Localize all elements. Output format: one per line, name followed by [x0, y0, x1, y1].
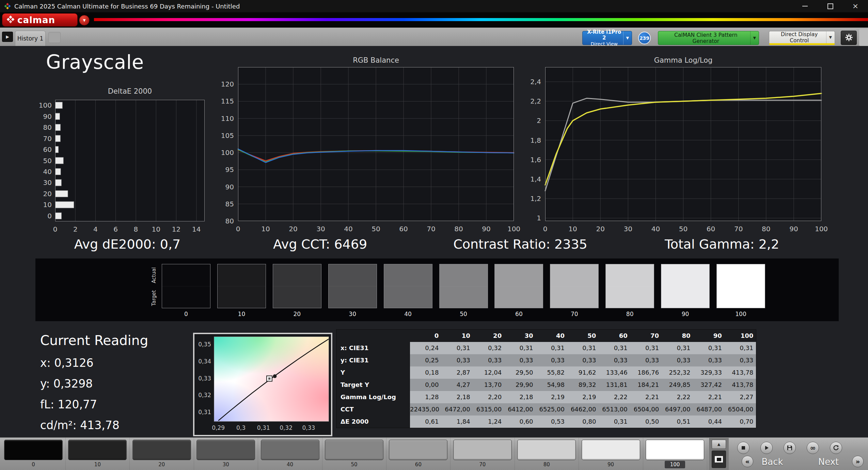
back-chevron-icon[interactable]: « [742, 456, 753, 467]
svg-text:20: 20 [43, 190, 52, 198]
meter-select-button[interactable]: X-Rite i1Pro 2 Direct View ▼ [582, 31, 632, 45]
continuous-measure-button[interactable]: ∞ [807, 442, 819, 454]
table-cell: 6462,00 [567, 403, 599, 416]
swatch-label: 40 [384, 311, 432, 317]
table-cell: 0,33 [504, 354, 536, 366]
pattern-level-10[interactable]: 10 [65, 438, 130, 470]
svg-text:10: 10 [568, 225, 577, 233]
main-content: Grayscale DeltaE 2000 RGB Balance Gamma … [0, 46, 868, 437]
svg-text:100: 100 [221, 148, 234, 157]
svg-text:0,29: 0,29 [212, 424, 225, 431]
pattern-level-50[interactable]: 50 [322, 438, 386, 470]
svg-text:30: 30 [316, 225, 325, 233]
table-cell: 0,33 [693, 354, 725, 366]
back-button[interactable]: Back [755, 457, 789, 467]
next-chevron-icon[interactable]: » [852, 456, 864, 467]
pattern-generator-button[interactable]: CalMAN Client 3 Pattern Generator ▼ [658, 31, 759, 45]
table-cell: 0,33 [536, 354, 567, 366]
pattern-level-70[interactable]: 70 [451, 438, 515, 470]
pattern-level-label: 40 [258, 461, 322, 468]
pattern-level-80[interactable]: 80 [515, 438, 579, 470]
table-cell: 2,18 [441, 391, 473, 403]
refresh-button[interactable] [830, 442, 842, 454]
pattern-patch[interactable] [325, 440, 383, 460]
table-cell: 13,70 [473, 379, 504, 391]
page-title: Grayscale [46, 51, 144, 73]
minimize-button[interactable] [792, 0, 818, 12]
table-cell: 2,19 [567, 391, 599, 403]
table-cell: 0,31 [630, 342, 662, 354]
table-cell: 2,22 [662, 391, 693, 403]
pattern-level-90[interactable]: 90 [579, 438, 643, 470]
svg-text:60: 60 [707, 225, 715, 233]
pattern-level-20[interactable]: 20 [130, 438, 194, 470]
stop-button[interactable] [737, 442, 749, 454]
pattern-patch[interactable] [582, 440, 640, 460]
svg-text:12: 12 [172, 225, 180, 233]
svg-text:6: 6 [113, 225, 118, 233]
svg-text:0,33: 0,33 [302, 424, 315, 431]
pattern-patch[interactable] [517, 440, 576, 460]
window-title: Calman 2025 Calman Ultimate for Business… [14, 3, 240, 10]
pattern-patch[interactable] [261, 440, 319, 460]
pattern-patch[interactable] [132, 440, 191, 460]
display-control-label: Direct Display Control [769, 31, 826, 44]
pattern-patch[interactable] [646, 440, 704, 460]
pattern-level-label: 50 [322, 461, 386, 468]
close-button[interactable]: × [843, 0, 868, 12]
pattern-level-40[interactable]: 40 [258, 438, 322, 470]
reading-y: y: 0,3298 [40, 377, 148, 390]
svg-text:40: 40 [344, 225, 352, 233]
table-col-header: 40 [536, 330, 567, 342]
svg-text:30: 30 [43, 178, 52, 187]
meter-count-badge[interactable]: 239 [638, 32, 651, 44]
save-button[interactable] [784, 442, 796, 454]
settings-gear-button[interactable] [841, 31, 857, 45]
table-cell: 0,33 [441, 354, 473, 366]
current-reading-title: Current Reading [40, 333, 148, 348]
pattern-patch[interactable] [196, 440, 255, 460]
pattern-patch[interactable] [453, 440, 512, 460]
table-cell: 0,53 [536, 416, 567, 428]
table-cell: 2,21 [630, 391, 662, 403]
chevron-down-icon: ▼ [623, 31, 632, 45]
table-cell: 6412,00 [504, 403, 536, 416]
pattern-window-button[interactable] [712, 451, 726, 468]
maximize-button[interactable] [818, 0, 843, 12]
calman-logo[interactable]: calman [2, 13, 78, 27]
pattern-level-0[interactable]: 0 [1, 438, 66, 470]
play-button[interactable] [760, 442, 773, 454]
svg-text:2: 2 [73, 225, 78, 233]
svg-text:2,2: 2,2 [530, 97, 541, 105]
table-cell: 0,00 [410, 379, 441, 391]
pattern-patch[interactable] [68, 440, 127, 460]
swatch-color [328, 264, 377, 308]
pattern-patch[interactable] [4, 440, 63, 460]
logo-dropdown-button[interactable]: ▼ [79, 15, 90, 26]
gear-icon [845, 33, 853, 43]
deltae-svg: 024681012140102030405060708090100 [55, 100, 205, 221]
gamma-svg: 11,21,41,61,822,22,401020304050607080901… [545, 67, 821, 221]
next-button[interactable]: Next [810, 457, 847, 467]
table-cell: 0,33 [567, 354, 599, 366]
display-control-button[interactable]: Direct Display Control ▼ [769, 31, 835, 45]
gamma-chart-title: Gamma Log/Log [545, 56, 821, 64]
svg-text:40: 40 [43, 168, 52, 176]
tab-history-1[interactable]: History 1 [15, 31, 46, 46]
table-cell: 186,76 [630, 366, 662, 379]
tab-placeholder[interactable] [48, 32, 61, 43]
svg-text:50: 50 [372, 225, 380, 233]
pattern-level-label: 60 [386, 461, 450, 468]
pattern-level-30[interactable]: 30 [194, 438, 258, 470]
table-col-header: 30 [504, 330, 536, 342]
table-cell: 2,19 [536, 391, 567, 403]
history-panel-toggle-button[interactable]: ▶ [2, 32, 13, 42]
table-cell: 6504,00 [630, 403, 662, 416]
patch-scroll-up-button[interactable]: ▲ [712, 440, 726, 449]
pattern-level-60[interactable]: 60 [386, 438, 451, 470]
pattern-level-100[interactable]: 100 [643, 438, 707, 470]
pattern-patch[interactable] [389, 440, 447, 460]
svg-text:90: 90 [482, 225, 490, 233]
table-cell: 413,78 [725, 366, 756, 379]
calman-wordmark: calman [17, 15, 55, 25]
